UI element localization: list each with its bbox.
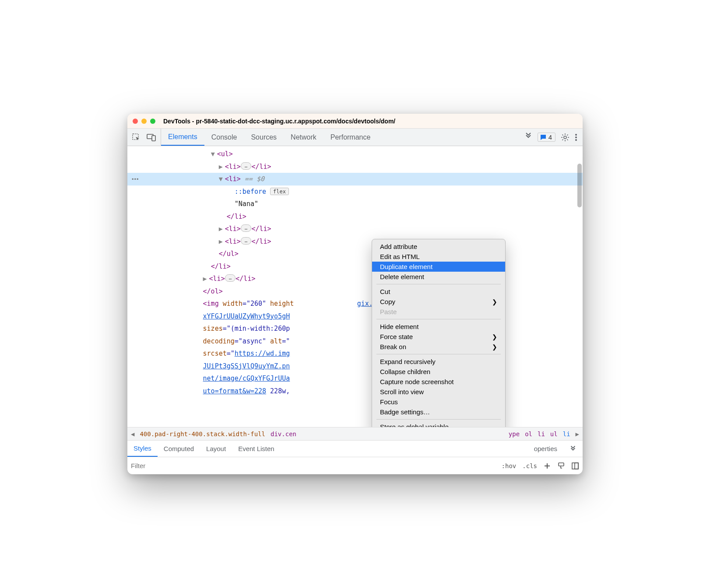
subtabs-overflow-icon[interactable] <box>563 441 583 457</box>
menu-paste: Paste <box>372 307 505 317</box>
ellipsis-pill[interactable]: ⋯ <box>241 162 252 170</box>
menu-add-attribute[interactable]: Add attribute <box>372 242 505 252</box>
menu-separator <box>376 354 501 354</box>
menu-force-state[interactable]: Force state❯ <box>372 332 505 342</box>
breadcrumb-scroll-left[interactable]: ◀ <box>131 430 134 438</box>
cls-toggle[interactable]: .cls <box>522 462 537 469</box>
menu-separator <box>376 319 501 319</box>
svg-rect-8 <box>572 463 578 469</box>
dom-tree[interactable]: ▼<ul> ▶<li>⋯</li> ▼<li> == $0 ::before f… <box>127 146 583 427</box>
flex-badge[interactable]: flex <box>270 188 289 195</box>
menu-store-global[interactable]: Store as global variable <box>372 422 505 427</box>
tab-performance[interactable]: Performance <box>323 129 378 146</box>
elements-panel: ••• ▼<ul> ▶<li>⋯</li> ▼<li> == $0 ::befo… <box>127 146 583 427</box>
menu-capture-screenshot[interactable]: Capture node screenshot <box>372 377 505 387</box>
breadcrumb-item-selected[interactable]: li <box>563 430 570 438</box>
subtab-event-listeners[interactable]: Event Listen <box>232 441 281 457</box>
context-menu: Add attribute Edit as HTML Duplicate ele… <box>372 239 506 427</box>
subtab-layout[interactable]: Layout <box>200 441 232 457</box>
tab-elements[interactable]: Elements <box>161 129 204 146</box>
inspect-icon[interactable] <box>132 133 141 142</box>
computed-panel-icon[interactable] <box>571 462 579 470</box>
breadcrumb-item[interactable]: ype <box>509 430 520 438</box>
tab-console[interactable]: Console <box>204 129 244 146</box>
styles-subtabs: Styles Computed Layout Event Listen oper… <box>127 440 583 457</box>
menu-badge-settings[interactable]: Badge settings… <box>372 407 505 417</box>
titlebar: DevTools - pr-5840-static-dot-dcc-stagin… <box>127 114 583 129</box>
devtools-window: DevTools - pr-5840-static-dot-dcc-stagin… <box>127 114 583 474</box>
menu-break-on[interactable]: Break on❯ <box>372 342 505 352</box>
pseudo-before[interactable]: ::before <box>235 188 266 196</box>
menu-separator <box>376 419 501 420</box>
subtab-styles[interactable]: Styles <box>127 441 158 457</box>
issues-badge[interactable]: 4 <box>538 133 555 142</box>
toolbar-left <box>127 129 161 146</box>
gutter-icon[interactable]: ••• <box>132 176 139 182</box>
svg-point-4 <box>575 134 577 136</box>
issues-count: 4 <box>548 133 552 141</box>
subtab-computed[interactable]: Computed <box>158 441 200 457</box>
close-window-button[interactable] <box>133 119 138 124</box>
breadcrumb-scroll-right[interactable]: ▶ <box>576 430 579 438</box>
menu-collapse-children[interactable]: Collapse children <box>372 367 505 377</box>
text-node[interactable]: "Nana" <box>235 200 258 208</box>
svg-point-5 <box>575 136 577 138</box>
menu-separator <box>376 284 501 284</box>
menu-delete-element[interactable]: Delete element <box>372 272 505 282</box>
filter-input[interactable] <box>131 462 497 469</box>
svg-point-3 <box>564 136 566 139</box>
menu-edit-as-html[interactable]: Edit as HTML <box>372 252 505 262</box>
breadcrumb-item[interactable]: 400.pad-right-400.stack.width-full <box>140 430 265 438</box>
svg-rect-9 <box>575 463 578 469</box>
menu-focus[interactable]: Focus <box>372 397 505 407</box>
paintbrush-icon[interactable] <box>557 462 565 470</box>
svg-rect-7 <box>559 463 564 466</box>
chevron-right-icon: ❯ <box>492 298 497 305</box>
breadcrumb-item[interactable]: div.cen <box>271 430 296 438</box>
main-toolbar: Elements Console Sources Network Perform… <box>127 129 583 146</box>
scrollbar[interactable] <box>577 164 582 207</box>
node-li[interactable]: <li> <box>225 238 241 245</box>
breadcrumb-item[interactable]: ol <box>525 430 532 438</box>
breadcrumb-bar[interactable]: ◀ 400.pad-right-400.stack.width-full div… <box>127 427 583 440</box>
svg-rect-2 <box>152 136 155 141</box>
chevron-right-icon: ❯ <box>492 333 497 340</box>
tab-sources[interactable]: Sources <box>244 129 284 146</box>
node-ol-close[interactable]: </ol> <box>203 287 223 295</box>
minimize-window-button[interactable] <box>141 119 147 124</box>
settings-icon[interactable] <box>561 133 569 142</box>
svg-point-6 <box>575 139 577 141</box>
hover-toggle[interactable]: :hov <box>502 462 517 469</box>
traffic-lights <box>133 119 155 124</box>
menu-duplicate-element[interactable]: Duplicate element <box>372 262 505 272</box>
node-li[interactable]: <li> <box>225 225 241 233</box>
breadcrumb-item[interactable]: li <box>538 430 545 438</box>
new-style-rule-icon[interactable] <box>543 462 551 470</box>
toolbar-right: 4 <box>519 129 583 146</box>
device-toggle-icon[interactable] <box>147 133 156 141</box>
menu-copy[interactable]: Copy❯ <box>372 297 505 307</box>
node-ul-close[interactable]: </ul> <box>219 250 239 258</box>
window-title: DevTools - pr-5840-static-dot-dcc-stagin… <box>163 118 395 125</box>
node-li[interactable]: <li> <box>225 163 241 171</box>
menu-hide-element[interactable]: Hide element <box>372 322 505 332</box>
node-li[interactable]: <li> <box>209 275 225 283</box>
menu-expand-recursively[interactable]: Expand recursively <box>372 357 505 367</box>
panel-tabs: Elements Console Sources Network Perform… <box>161 129 377 146</box>
node-li-close[interactable]: </li> <box>227 213 246 220</box>
selected-node-row[interactable]: ▼<li> == $0 <box>127 173 583 186</box>
tabs-overflow-icon[interactable] <box>524 132 532 142</box>
more-icon[interactable] <box>575 133 577 141</box>
menu-scroll-into-view[interactable]: Scroll into view <box>372 387 505 397</box>
maximize-window-button[interactable] <box>150 119 155 124</box>
styles-filter-bar: :hov .cls <box>127 457 583 474</box>
node-img[interactable]: <img width="260" height gix.net/image/cG… <box>127 298 583 310</box>
breadcrumb-item[interactable]: ul <box>550 430 558 438</box>
menu-cut[interactable]: Cut <box>372 287 505 297</box>
node-ul[interactable]: <ul> <box>217 150 233 158</box>
tab-network[interactable]: Network <box>284 129 323 146</box>
subtab-properties[interactable]: operties <box>528 441 563 457</box>
chevron-right-icon: ❯ <box>492 343 497 350</box>
